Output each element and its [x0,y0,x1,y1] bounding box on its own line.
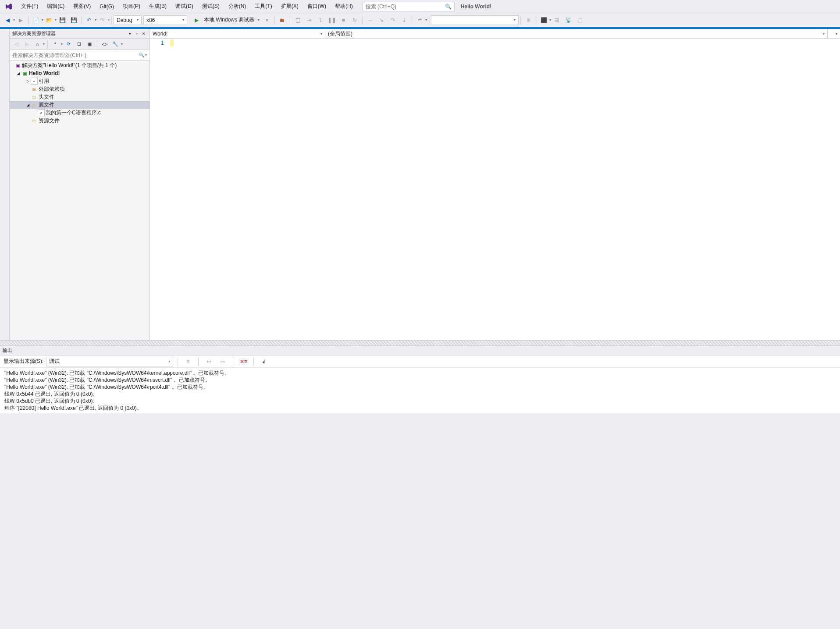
sources-node[interactable]: ◢ 🗀 源文件 [10,101,149,109]
sync-button[interactable]: ⇶ [552,15,562,25]
external-label: 外部依赖项 [39,85,65,93]
menu-tools[interactable]: 工具(T) [250,1,276,12]
process-combo[interactable]: ▾ [431,15,519,25]
menu-window[interactable]: 窗口(W) [303,1,331,12]
arrow-button[interactable]: → [365,15,375,25]
quick-launch-search[interactable]: 🔍 [363,2,455,11]
extra-button[interactable]: ⬚ [574,15,585,25]
nav-forward-button[interactable]: ▶ [15,15,26,25]
grid-button[interactable]: ⊞ [523,15,534,25]
se-home-button[interactable]: ⌂ [33,40,42,49]
se-switch-view-button[interactable]: ᵒ [51,40,60,49]
references-node[interactable]: ▷ ▪▪ 引用 [10,77,149,85]
layout-button[interactable]: ⬛ [538,15,549,25]
se-refresh-button[interactable]: ⟳ [64,40,73,49]
new-project-button[interactable]: 📄 [31,15,41,25]
output-find-button[interactable]: ≡ [183,356,193,367]
menu-extensions[interactable]: 扩展(X) [277,1,303,12]
output-wrap-button[interactable]: ↲ [259,356,269,367]
nav-project-combo[interactable]: World!▾ [150,29,325,38]
output-clear-button[interactable]: ✕≡ [238,356,249,367]
panel-pin-icon[interactable]: ▫ [134,31,140,37]
nav-member-combo[interactable]: ▾ [828,29,840,38]
expander-icon[interactable]: ◢ [16,71,21,76]
menu-analyze[interactable]: 分析(N) [224,1,251,12]
cursor-highlight [170,39,174,46]
start-debug-button[interactable]: ▶ 本地 Windows 调试器 ▾ [189,15,261,25]
menu-edit[interactable]: 编辑(E) [43,1,69,12]
se-code-button[interactable]: <> [100,40,109,49]
output-source-combo[interactable]: 调试▾ [46,357,173,366]
menu-help[interactable]: 帮助(H) [331,1,357,12]
menu-test[interactable]: 测试(S) [198,1,224,12]
code-editor[interactable]: 1 [150,39,840,340]
solution-explorer-toolbar: ◁ ▷ ⌂ ▾ ᵒ ▾ ⟳ ⊟ ▣ <> 🔧 ▾ [10,39,149,50]
source-file-node[interactable]: c 我的第一个C语言程序.c [10,109,149,117]
toolbox-button[interactable]: ⬚ [292,15,303,25]
panel-close-icon[interactable]: ✕ [141,31,147,37]
menu-debug[interactable]: 调试(D) [171,1,198,12]
output-prev-button[interactable]: ↤ [203,356,214,367]
save-button[interactable]: 💾 [57,15,68,25]
project-node[interactable]: ◢ ▣ Hello World! [10,69,149,77]
solution-config-combo[interactable]: Debug▾ [114,15,142,25]
live-share-button[interactable]: 📡 [563,15,573,25]
panel-options-icon[interactable]: ▾ [127,31,133,37]
vs-logo-icon[interactable] [4,1,14,12]
expander-icon[interactable]: ◢ [25,102,31,107]
output-next-button[interactable]: ↦ [217,356,228,367]
step-over-button[interactable]: ⤵ [315,15,326,25]
save-all-button[interactable]: 💾 [68,15,79,25]
search-input[interactable] [366,4,445,10]
sources-label: 源文件 [39,101,54,109]
se-properties-button[interactable]: 🔧 [111,40,120,49]
expander-icon[interactable]: ▷ [25,78,31,84]
hex-button[interactable]: ᵃᵇ [414,15,425,25]
output-title: 输出 [3,347,12,354]
redo-button[interactable]: ↷ [97,15,107,25]
menu-build[interactable]: 生成(B) [145,1,171,12]
solution-explorer-search[interactable]: 🔍 ▾ [10,50,149,60]
solution-node[interactable]: ▣ 解决方案"Hello World!"(1 个项目/共 1 个) [10,61,149,69]
menu-file[interactable]: 文件(F) [17,1,43,12]
se-search-input[interactable] [12,52,139,58]
solution-tree[interactable]: ▣ 解决方案"Hello World!"(1 个项目/共 1 个) ◢ ▣ He… [10,60,149,340]
external-node[interactable]: 🖿 外部依赖项 [10,85,149,93]
undo-button[interactable]: ↶ [84,15,94,25]
se-collapse-button[interactable]: ⊟ [75,40,83,49]
nav-scope-combo[interactable]: (全局范围)▾ [325,29,828,38]
output-line: "Hello World!.exe" (Win32): 已加载 "C:\Wind… [4,377,836,384]
code-text-area[interactable] [170,39,840,340]
line-number: 1 [150,39,164,46]
resources-node[interactable]: 🗀 资源文件 [10,117,149,124]
solution-platform-combo[interactable]: x86▾ [143,15,187,25]
debug-target-icon[interactable]: ▾ [262,15,272,25]
step-out-button[interactable]: ↷ [388,15,398,25]
headers-node[interactable]: 🗀 头文件 [10,93,149,101]
menu-project[interactable]: 项目(P) [118,1,145,12]
se-show-all-button[interactable]: ▣ [85,40,94,49]
play-icon: ▶ [191,15,202,25]
stop-button[interactable]: ■ [338,15,349,25]
separator [274,16,275,25]
separator [97,40,97,49]
open-file-button[interactable]: 📂 [44,15,54,25]
project-label: Hello World! [29,70,60,76]
se-fwd-button[interactable]: ▷ [22,40,31,49]
output-line: 线程 0x5b44 已退出, 返回值为 0 (0x0)。 [4,391,836,398]
output-text[interactable]: "Hello World!.exe" (Win32): 已加载 "C:\Wind… [0,368,840,413]
splitter-bar[interactable] [0,340,840,345]
step-into-button[interactable]: ⇥ [304,15,314,25]
step-down-button[interactable]: ↘ [376,15,387,25]
nav-back-button[interactable]: ◀ [2,15,13,25]
menu-view[interactable]: 视图(V) [69,1,95,12]
pause-button[interactable]: ❚❚ [327,15,337,25]
menu-git[interactable]: Git(G) [95,2,118,11]
cursor-button[interactable]: ⤓ [399,15,409,25]
restart-button[interactable]: ↻ [349,15,360,25]
output-panel: 输出 显示输出来源(S): 调试▾ ≡ ↤ ↦ ✕≡ ↲ "Hello Worl… [0,345,840,413]
se-back-button[interactable]: ◁ [12,40,21,49]
folder-icon: 🗀 [31,117,38,124]
browse-button[interactable]: 🖿 [277,15,288,25]
left-dock-strip[interactable] [0,29,10,340]
